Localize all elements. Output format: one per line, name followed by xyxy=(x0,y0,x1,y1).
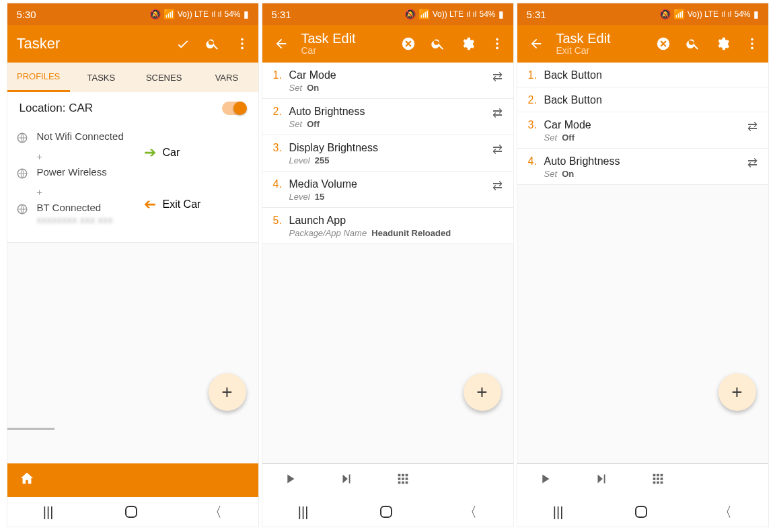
context-item[interactable]: Not Wifi Connected xyxy=(14,127,144,151)
back-button[interactable]: 〈 xyxy=(464,503,477,521)
wifi-icon: 📶 xyxy=(673,9,685,19)
tab-profiles[interactable]: PROFILES xyxy=(7,63,70,92)
clear-button[interactable] xyxy=(399,34,418,53)
fab-add-button[interactable]: + xyxy=(464,373,501,411)
svg-point-12 xyxy=(751,42,753,45)
enter-task[interactable]: ➔ Car xyxy=(144,144,252,161)
grid-icon[interactable] xyxy=(651,471,665,490)
context-plus: + xyxy=(14,186,144,198)
play-button[interactable] xyxy=(538,471,552,490)
home-button[interactable] xyxy=(125,506,137,518)
action-row[interactable]: 2. Auto Brightness Set Off ⇄ xyxy=(262,99,513,135)
home-button[interactable] xyxy=(380,506,392,518)
app-subtitle: Car xyxy=(301,46,356,56)
svg-point-1 xyxy=(241,42,244,45)
status-bar: 5:31 🔕 📶 Vo)) LTE ıl ıl 54% ▮ xyxy=(262,3,513,25)
fab-add-button[interactable]: + xyxy=(718,373,756,411)
globe-icon xyxy=(14,202,30,219)
tab-tasks[interactable]: TASKS xyxy=(70,63,133,92)
svg-point-7 xyxy=(496,38,499,41)
action-row[interactable]: 3. Car Mode Set Off ⇄ xyxy=(517,112,768,149)
recents-button[interactable]: ||| xyxy=(553,504,564,520)
svg-point-2 xyxy=(241,47,244,50)
mute-icon: 🔕 xyxy=(149,9,161,19)
status-bar: 5:30 🔕 📶 Vo)) LTE ıl ıl 54% ▮ xyxy=(7,3,258,25)
android-nav-bar: ||| 〈 xyxy=(517,497,768,527)
tabs-bar: PROFILES TASKS SCENES VARS xyxy=(7,63,258,92)
battery-label: 54% xyxy=(224,9,240,19)
search-button[interactable] xyxy=(429,34,447,53)
screen-task-exitcar: 5:31 🔕 📶 Vo)) LTE ıl ıl 54% ▮ Task Edit … xyxy=(517,3,769,527)
action-number: 2. xyxy=(528,94,544,106)
swap-icon: ⇄ xyxy=(488,178,503,193)
swap-icon: ⇄ xyxy=(488,106,503,120)
mute-icon: 🔕 xyxy=(404,9,416,19)
exit-task-label: Exit Car xyxy=(163,198,201,211)
battery-icon: ▮ xyxy=(753,9,759,19)
action-row[interactable]: 2. Back Button xyxy=(517,87,768,112)
action-title: Auto Brightness xyxy=(289,106,488,118)
action-title: Back Button xyxy=(544,69,758,81)
battery-icon: ▮ xyxy=(499,9,504,19)
tab-vars[interactable]: VARS xyxy=(195,63,258,92)
recents-button[interactable]: ||| xyxy=(298,504,309,520)
android-nav-bar: ||| 〈 xyxy=(262,497,513,527)
action-sub: Set Off xyxy=(289,119,488,129)
overflow-menu-button[interactable] xyxy=(743,34,762,53)
action-row[interactable]: 4. Auto Brightness Set On ⇄ xyxy=(517,149,768,185)
action-sub: Set On xyxy=(289,83,488,93)
action-number: 3. xyxy=(528,119,544,131)
settings-button[interactable] xyxy=(458,34,477,53)
signal-label: ıl ıl xyxy=(211,9,221,19)
context-item[interactable]: Power Wireless xyxy=(14,163,144,186)
exit-task[interactable]: ➔ Exit Car xyxy=(144,196,252,213)
wifi-icon: 📶 xyxy=(163,9,175,19)
back-arrow-button[interactable] xyxy=(272,34,291,53)
overflow-menu-button[interactable] xyxy=(488,34,507,53)
status-indicators: 🔕 📶 Vo)) LTE ıl ıl 54% ▮ xyxy=(149,9,249,19)
action-row[interactable]: 1. Back Button xyxy=(517,63,768,87)
action-number: 4. xyxy=(273,178,289,190)
grid-icon[interactable] xyxy=(396,471,410,490)
action-number: 5. xyxy=(273,215,289,227)
accept-button[interactable] xyxy=(174,34,192,53)
action-row[interactable]: 1. Car Mode Set On ⇄ xyxy=(262,63,513,99)
action-sub: Set On xyxy=(544,169,743,179)
svg-point-9 xyxy=(496,47,499,50)
battery-icon: ▮ xyxy=(244,9,249,19)
action-title: Car Mode xyxy=(544,119,743,131)
recents-button[interactable]: ||| xyxy=(43,504,54,520)
home-button[interactable] xyxy=(635,506,647,518)
app-bar: Task Edit Exit Car xyxy=(517,25,768,63)
profile-toggle[interactable] xyxy=(222,102,246,115)
context-item[interactable]: BT Connected xxxxxxxx xxx xxx xyxy=(14,198,144,231)
action-title: Auto Brightness xyxy=(544,155,743,167)
search-button[interactable] xyxy=(203,34,222,53)
svg-point-0 xyxy=(241,38,244,41)
fab-add-button[interactable]: + xyxy=(209,373,246,411)
action-row[interactable]: 5. Launch App Package/App Name Headunit … xyxy=(262,208,513,244)
screen-task-car: 5:31 🔕 📶 Vo)) LTE ıl ıl 54% ▮ Task Edit … xyxy=(262,3,514,527)
action-row[interactable]: 4. Media Volume Level 15 ⇄ xyxy=(262,172,513,208)
home-icon[interactable] xyxy=(20,471,34,490)
search-button[interactable] xyxy=(684,34,702,53)
status-time: 5:31 xyxy=(272,9,291,20)
settings-button[interactable] xyxy=(713,34,732,53)
step-button[interactable] xyxy=(339,471,354,490)
play-button[interactable] xyxy=(283,471,297,490)
overflow-menu-button[interactable] xyxy=(233,34,252,53)
action-row[interactable]: 3. Display Brightness Level 255 ⇄ xyxy=(262,135,513,172)
action-number: 2. xyxy=(273,106,289,118)
back-button[interactable]: 〈 xyxy=(209,503,222,521)
step-button[interactable] xyxy=(594,471,609,490)
clear-button[interactable] xyxy=(654,34,673,53)
action-sub: Package/App Name Headunit Reloaded xyxy=(289,228,503,238)
back-button[interactable]: 〈 xyxy=(718,503,732,521)
tab-scenes[interactable]: SCENES xyxy=(133,63,195,92)
context-plus: + xyxy=(14,151,144,163)
swap-icon: ⇄ xyxy=(488,142,503,157)
screen-profiles: 5:30 🔕 📶 Vo)) LTE ıl ıl 54% ▮ Tasker PRO… xyxy=(7,3,259,527)
profile-header[interactable]: Location: CAR xyxy=(7,92,258,123)
action-number: 3. xyxy=(273,142,289,154)
back-arrow-button[interactable] xyxy=(527,34,546,53)
